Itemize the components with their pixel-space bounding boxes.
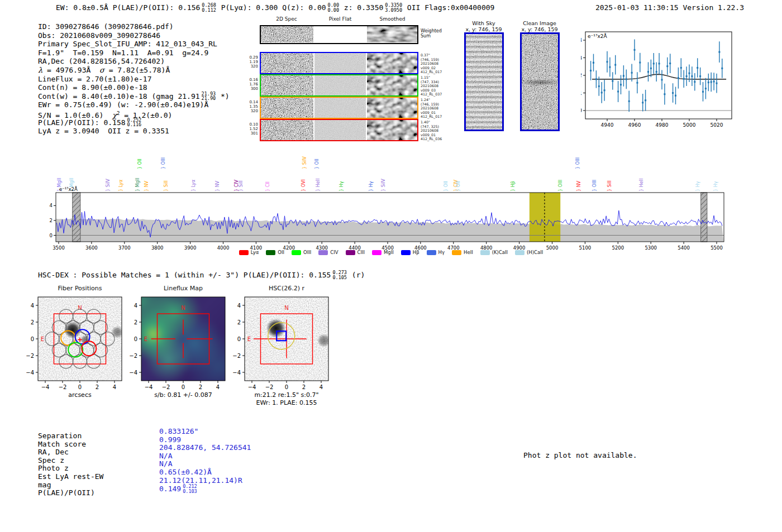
- spec2d-row-right-label: 1.40"(747, 325)20210608v009_01412_RL_036: [421, 120, 447, 141]
- spec2d-row-left-label: 0.161.76300: [244, 78, 258, 92]
- cutout-title: Lineflux Map: [136, 285, 231, 292]
- spec2d-row-left-label: 0.291.19320: [244, 55, 258, 69]
- photz-note: Phot z plot not available.: [523, 451, 637, 459]
- match-row-value: 0.65(±0.42)Å: [159, 468, 251, 477]
- spec2d-row-right-label: 1.15"(747, 334)20210608v009_03412_RL_037: [421, 75, 447, 97]
- legend-item-(K)CaII: (K)CaII: [480, 250, 508, 255]
- svg-text:EWr: 1. PLAE: 0.155: EWr: 1. PLAE: 0.155: [256, 399, 317, 406]
- info-line: λ = 4976.93Å σ = 7.82(±5.78)Å: [38, 66, 230, 75]
- svg-text:−2: −2: [26, 353, 34, 359]
- legend-swatch: [318, 250, 328, 255]
- match-row-value: N/A: [159, 460, 251, 468]
- legend-item-Hβ: Hβ: [401, 250, 419, 255]
- legend-item-OII: OII: [266, 250, 284, 255]
- legend-swatch: [266, 250, 275, 255]
- match-row-value: 0.1490.2120.103: [159, 485, 251, 494]
- spec2d-row-left-label: 0.141.35320: [244, 100, 258, 114]
- legend-swatch: [346, 250, 355, 255]
- svg-text:arcsecs: arcsecs: [68, 391, 92, 399]
- cutout-overlay-lineflux: −4−2024420−2−4s/b: 0.81 +/- 0.087NE: [125, 293, 243, 408]
- info-line: LyA z = 3.0940 OII z = 0.3351: [38, 127, 230, 136]
- svg-text:4: 4: [134, 303, 137, 309]
- spec2d-cell: [314, 120, 366, 140]
- match-row-label: Match score: [38, 440, 103, 449]
- legend-item-Lyα: Lyα: [239, 250, 259, 255]
- spec2d-cell: [314, 26, 366, 42]
- svg-text:3600: 3600: [85, 245, 98, 251]
- withsky-noise: [466, 34, 503, 130]
- legend-swatch: [401, 250, 411, 255]
- line-fit-plot: 0123449404960498050005020e⁻¹⁷x2Å: [581, 27, 743, 130]
- legend-swatch: [372, 250, 382, 255]
- svg-text:2: 2: [134, 319, 137, 325]
- info-line: ID: 3090278646 (3090278646.pdf): [38, 22, 230, 31]
- svg-text:4980: 4980: [656, 122, 669, 128]
- spec2d-row: [260, 97, 418, 119]
- svg-text:3500: 3500: [53, 245, 65, 251]
- svg-text:4: 4: [216, 384, 220, 390]
- match-row-label: P(LAE)/P(OII): [38, 489, 103, 497]
- legend-item-CIV: CIV: [318, 250, 338, 255]
- match-row-label: Est LyA rest-EW: [38, 473, 103, 481]
- svg-text:E: E: [247, 336, 251, 342]
- svg-text:0: 0: [31, 336, 34, 342]
- legend-item-Hγ: Hγ: [427, 250, 445, 255]
- header-datetime: 2025-01-03 11:30:15 Version 1.22.3: [595, 3, 744, 12]
- svg-text:0: 0: [78, 384, 82, 390]
- legend-swatch: [292, 250, 301, 255]
- spectrum-legend: LyαOIIOIIICIVCIIIMgIIHβHγHeII(K)CaII(H)C…: [101, 250, 681, 255]
- info-line: LineFlux = 2.70(±1.80)e-17: [38, 75, 230, 84]
- svg-text:−2: −2: [59, 384, 67, 390]
- svg-text:4: 4: [581, 37, 582, 43]
- cutout-title: Fiber Positions: [32, 285, 127, 292]
- spec2d-cell: [261, 75, 313, 95]
- info-line: P(LAE)/P(OII): 0.1580.2520.116: [38, 118, 230, 127]
- spec2d-row: [260, 52, 418, 74]
- svg-text:−4: −4: [232, 370, 241, 376]
- svg-text:0: 0: [581, 108, 582, 113]
- header-stats: EW: 0.8±0.5Å P(LAE)/P(OII): 0.1560.2680.…: [56, 3, 494, 13]
- svg-text:2: 2: [199, 384, 202, 390]
- spec2d-col-title: Smoothed: [366, 16, 419, 22]
- cleanimage-source-band: [522, 80, 559, 85]
- svg-text:2: 2: [237, 319, 241, 325]
- svg-text:5020: 5020: [711, 122, 723, 128]
- svg-text:1: 1: [581, 90, 582, 96]
- cutout-title: HSC(26.2) r: [239, 285, 334, 292]
- legend-item-HeII: HeII: [452, 250, 473, 255]
- spec2d-cell: [314, 75, 366, 95]
- spec2d-cell: [367, 75, 417, 95]
- svg-text:4: 4: [320, 384, 323, 390]
- svg-text:4: 4: [237, 303, 241, 309]
- match-row-value: 204.828476, 54.726541: [159, 444, 251, 452]
- spec2d-cell: [367, 98, 417, 118]
- svg-text:E: E: [144, 336, 147, 342]
- legend-item-(H)CaII: (H)CaII: [515, 250, 543, 255]
- svg-text:0: 0: [182, 384, 185, 390]
- legend-swatch: [427, 250, 436, 255]
- svg-text:−2: −2: [129, 353, 137, 359]
- match-row-value: 0.833126": [159, 428, 251, 436]
- svg-text:4: 4: [113, 384, 116, 390]
- svg-text:s/b: 0.81 +/- 0.087: s/b: 0.81 +/- 0.087: [154, 391, 212, 399]
- svg-text:−2: −2: [232, 353, 241, 359]
- legend-swatch: [515, 250, 524, 255]
- svg-text:2: 2: [50, 218, 53, 223]
- spec2d-cell: [367, 26, 417, 42]
- legend-item-OIII: OIII: [292, 250, 311, 255]
- svg-text:4960: 4960: [628, 122, 641, 128]
- match-row-label: mag: [38, 481, 103, 490]
- svg-text:−4: −4: [145, 384, 153, 390]
- svg-text:2: 2: [581, 73, 582, 78]
- svg-text:2: 2: [302, 384, 306, 390]
- spec2d-row-right-label: WeightedSum: [421, 28, 447, 39]
- withsky-image: [464, 32, 504, 131]
- svg-text:−4: −4: [41, 384, 50, 390]
- legend-item-MgII: MgII: [372, 250, 394, 255]
- cleanimage-coords: x, y: 746, 159: [518, 26, 561, 32]
- legend-item-CIII: CIII: [346, 250, 365, 255]
- spec2d-col-title: 2D Spec: [260, 16, 313, 22]
- spec2d-row: [260, 119, 418, 141]
- hsc-dex-line: HSC-DEX : Possible Matches = 1 (within +…: [38, 271, 365, 280]
- spec2d-row-right-label: 0.37"(746, 159)20210608v009_02412_RL_017: [421, 53, 447, 74]
